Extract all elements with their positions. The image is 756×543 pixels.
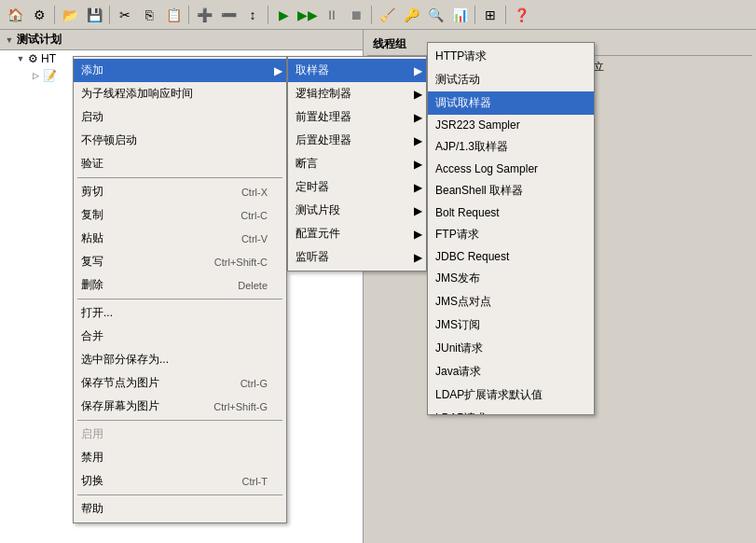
menu-duplicate-label: 复写: [81, 254, 103, 270]
menu-copy[interactable]: 复制 Ctrl-C: [74, 203, 286, 227]
sampler-junit[interactable]: JUnit请求: [428, 337, 594, 360]
menu-open[interactable]: 打开...: [74, 301, 286, 325]
sep-2: [77, 299, 282, 299]
menu-pre-processor[interactable]: 前置处理器 ▶: [288, 105, 426, 129]
menu-copy-shortcut: Ctrl-C: [241, 210, 268, 221]
menu-paste-label: 粘贴: [81, 230, 103, 246]
menu-post-processor[interactable]: 后置处理器 ▶: [288, 129, 426, 152]
menu-merge-label: 合并: [81, 328, 103, 344]
menu-start[interactable]: 启动: [74, 105, 286, 129]
sampler-java-label: Java请求: [435, 364, 481, 380]
menu-config-arrow: ▶: [414, 228, 422, 241]
clear-btn[interactable]: 🧹: [376, 4, 398, 26]
table-btn[interactable]: ⊞: [479, 4, 502, 26]
menu-toggle[interactable]: 切换 Ctrl-T: [74, 469, 286, 493]
menu-delete[interactable]: 删除 Delete: [74, 273, 286, 297]
sampler-jms-pub-label: JMS发布: [435, 271, 480, 286]
home-btn[interactable]: 🏠: [4, 4, 26, 26]
menu-timer[interactable]: 定时器 ▶: [288, 175, 426, 199]
menu-save-node-label: 保存节点为图片: [81, 375, 159, 391]
run-btn[interactable]: ▶: [272, 4, 295, 26]
menu-listener[interactable]: 监听器 ▶: [288, 245, 426, 269]
menu-merge[interactable]: 合并: [74, 325, 286, 348]
help-btn[interactable]: ❓: [510, 4, 532, 26]
sampler-debug[interactable]: 调试取样器: [428, 91, 594, 115]
menu-cut-shortcut: Ctrl-X: [241, 187, 268, 198]
menu-duplicate-shortcut: Ctrl+Shift-C: [214, 257, 268, 268]
sampler-ldap-ext[interactable]: LDAP扩展请求默认值: [428, 383, 594, 407]
menu-verify[interactable]: 验证: [74, 152, 286, 175]
sampler-jsr223[interactable]: JSR223 Sampler: [428, 115, 594, 135]
menu-config-element[interactable]: 配置元件 ▶: [288, 222, 426, 245]
add-btn[interactable]: ➕: [193, 4, 215, 26]
menu-save-node-img[interactable]: 保存节点为图片 Ctrl-G: [74, 371, 286, 395]
save-btn[interactable]: 💾: [83, 4, 105, 26]
sep4: [268, 6, 268, 24]
menu-assertion[interactable]: 断言 ▶: [288, 152, 426, 175]
sampler-access-log-label: Access Log Sampler: [435, 162, 538, 175]
tree-root[interactable]: ▼ 测试计划: [0, 30, 363, 50]
menu-test-fragment[interactable]: 测试片段 ▶: [288, 199, 426, 222]
menu-cut-label: 剪切: [81, 184, 103, 200]
menu-add[interactable]: 添加 ▶: [74, 59, 286, 82]
remove-btn[interactable]: ➖: [217, 4, 240, 26]
menu-enable-label: 启用: [81, 426, 103, 442]
cut-btn[interactable]: ✂: [114, 4, 136, 26]
sampler-http[interactable]: HTTP请求: [428, 45, 594, 68]
menu-cut[interactable]: 剪切 Ctrl-X: [74, 180, 286, 203]
sampler-beanshell[interactable]: BeanShell 取样器: [428, 179, 594, 202]
tree-child-expand: ▷: [30, 70, 41, 81]
sampler-test-action[interactable]: 测试活动: [428, 68, 594, 91]
sampler-bolt[interactable]: Bolt Request: [428, 202, 594, 223]
menu-enable: 启用: [74, 423, 286, 446]
menu-paste[interactable]: 粘贴 Ctrl-V: [74, 227, 286, 250]
context-menu-main: 添加 ▶ 为子线程添加响应时间 启动 不停顿启动 验证 剪切 Ctrl-X 复制…: [73, 56, 287, 523]
sampler-jms-pub[interactable]: JMS发布: [428, 267, 594, 290]
menu-post-label: 后置处理器: [296, 132, 351, 148]
tree-http-label: HT: [41, 52, 56, 65]
sep7: [505, 6, 506, 24]
sampler-jms-point[interactable]: JMS点对点: [428, 290, 594, 313]
sampler-ajp-label: AJP/1.3取样器: [435, 139, 508, 155]
menu-logic-controller[interactable]: 逻辑控制器 ▶: [288, 82, 426, 105]
sampler-jms-sub[interactable]: JMS订阅: [428, 313, 594, 337]
menu-assertion-arrow: ▶: [414, 158, 422, 171]
run2-btn[interactable]: ▶▶: [296, 4, 319, 26]
sampler-ldap-ext-label: LDAP扩展请求默认值: [435, 387, 543, 403]
menu-disable[interactable]: 禁用: [74, 446, 286, 469]
menu-add-response-time[interactable]: 为子线程添加响应时间: [74, 82, 286, 105]
menu-start-no-pause[interactable]: 不停顿启动: [74, 129, 286, 152]
menu-save-screen-shortcut: Ctrl+Shift-G: [213, 401, 268, 412]
tree-arrow: ▼: [15, 53, 26, 64]
sampler-java[interactable]: Java请求: [428, 360, 594, 383]
sampler-jdbc[interactable]: JDBC Request: [428, 246, 594, 267]
menu-test-fragment-arrow: ▶: [414, 204, 422, 217]
config-btn[interactable]: ⚙: [28, 4, 50, 26]
stop-btn[interactable]: ⏹: [345, 4, 367, 26]
open-btn[interactable]: 📂: [59, 4, 81, 26]
menu-save-selected[interactable]: 选中部分保存为...: [74, 348, 286, 371]
sep2: [109, 6, 110, 24]
key-btn[interactable]: 🔑: [400, 4, 422, 26]
sampler-jdbc-label: JDBC Request: [435, 250, 509, 263]
menu-sampler[interactable]: 取样器 ▶: [288, 59, 426, 82]
move-btn[interactable]: ↕: [241, 4, 264, 26]
sampler-ftp[interactable]: FTP请求: [428, 223, 594, 246]
menu-save-screen-img[interactable]: 保存屏幕为图片 Ctrl+Shift-G: [74, 395, 286, 418]
menu-add-arrow: ▶: [274, 64, 282, 77]
sampler-jsr223-label: JSR223 Sampler: [435, 118, 520, 132]
sampler-http-label: HTTP请求: [435, 49, 487, 64]
sampler-access-log[interactable]: Access Log Sampler: [428, 159, 594, 179]
pause-btn[interactable]: ⏸: [321, 4, 343, 26]
chart-btn[interactable]: 📊: [448, 4, 471, 26]
copy-btn[interactable]: ⎘: [138, 4, 160, 26]
menu-test-fragment-label: 测试片段: [296, 202, 340, 218]
sampler-ldap[interactable]: LDAP请求: [428, 407, 594, 415]
menu-help-label: 帮助: [81, 501, 103, 517]
search-btn[interactable]: 🔍: [424, 4, 447, 26]
menu-save-screen-label: 保存屏幕为图片: [81, 398, 159, 414]
paste-btn[interactable]: 📋: [162, 4, 185, 26]
menu-duplicate[interactable]: 复写 Ctrl+Shift-C: [74, 250, 286, 273]
menu-help[interactable]: 帮助: [74, 497, 286, 521]
sampler-ajp[interactable]: AJP/1.3取样器: [428, 135, 594, 159]
